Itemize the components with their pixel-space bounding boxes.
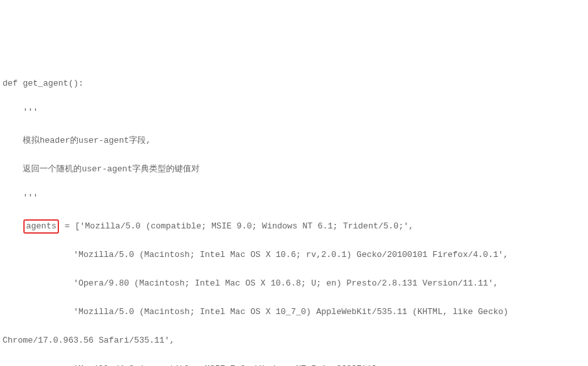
code-line: Chrome/17.0.963.56 Safari/535.11',	[3, 334, 585, 348]
code-line: '''	[3, 191, 585, 205]
code-line: '''	[3, 105, 585, 119]
code-text: = ['Mozilla/5.0 (compatible; MSIE 9.0; W…	[60, 221, 414, 231]
code-line: 返回一个随机的user-agent字典类型的键值对	[3, 162, 585, 177]
code-line: 模拟header的user-agent字段,	[3, 134, 585, 148]
indent	[3, 221, 23, 231]
code-line: 'Mozilla/4.0 (compatible; MSIE 7.0; Wind…	[3, 362, 585, 366]
code-line: 'Mozilla/5.0 (Macintosh; Intel Mac OS X …	[3, 305, 585, 319]
code-block: def get_agent(): ''' 模拟header的user-agent…	[3, 62, 585, 366]
code-line: agents = ['Mozilla/5.0 (compatible; MSIE…	[3, 219, 585, 234]
highlight-agents-box: agents	[23, 219, 59, 234]
code-line: 'Opera/9.80 (Macintosh; Intel Mac OS X 1…	[3, 276, 585, 291]
code-line: 'Mozilla/5.0 (Macintosh; Intel Mac OS X …	[3, 248, 585, 262]
code-line: def get_agent():	[3, 77, 585, 91]
